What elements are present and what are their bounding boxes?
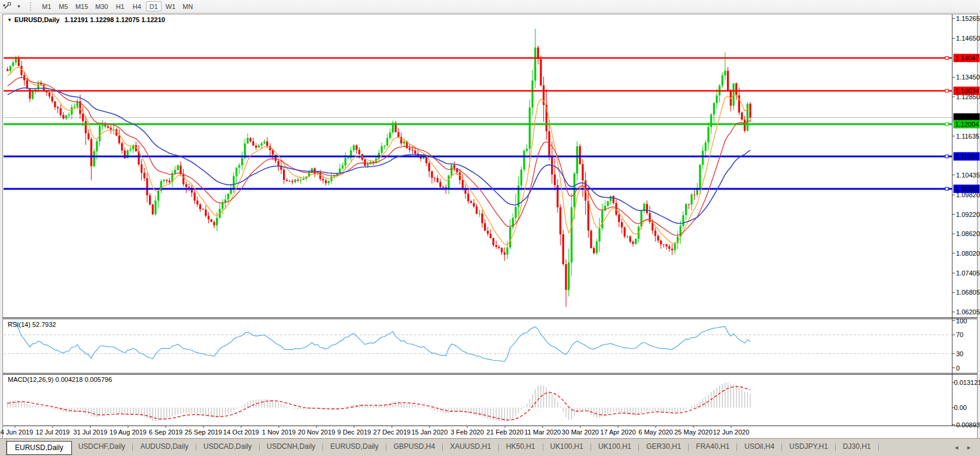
chart-tab-eurusd-daily[interactable]: EURUSD,Daily: [7, 441, 72, 455]
tool-dropdown-button[interactable]: ▼: [14, 1, 23, 11]
chart-tab-hk50-h1[interactable]: HK50,H1: [500, 439, 542, 456]
candle-body: [635, 239, 637, 244]
candle-body: [515, 207, 516, 218]
candle-body: [118, 136, 120, 143]
chart-canvas[interactable]: 1.152651.146501.134501.128501.116351.104…: [0, 0, 980, 456]
chart-tab-usdjpy-h1[interactable]: USDJPY,H1: [783, 439, 834, 456]
chart-tab-usdcnh-daily[interactable]: USDCNH,Daily: [260, 439, 322, 456]
y-axis-tick-label: 1.08020: [956, 250, 980, 257]
level-handle[interactable]: [945, 123, 948, 126]
chart-tab-audusd-daily[interactable]: AUDUSD,Daily: [133, 439, 195, 456]
candle-body: [434, 178, 436, 179]
candle-body: [456, 168, 458, 172]
candle-body: [291, 181, 293, 182]
candle-body: [26, 80, 28, 88]
x-axis-date-label: 12 Jul 2019: [36, 429, 70, 436]
chart-tab-eurusd-daily[interactable]: EURUSD,Daily: [324, 439, 385, 456]
candle-body: [747, 104, 748, 131]
chart-tab-usoil-h4[interactable]: USOil,H4: [738, 439, 781, 456]
candle-body: [99, 126, 101, 142]
tab-separator: [196, 443, 196, 451]
timeframe-button-m5[interactable]: M5: [56, 1, 71, 11]
tab-separator: [591, 443, 591, 451]
timeframe-button-w1[interactable]: W1: [163, 1, 179, 11]
chart-tab-ger30-h1[interactable]: GER30,H1: [640, 439, 687, 456]
x-axis-date-label: 6 May 2020: [638, 429, 672, 436]
chart-tab-bar: EURUSD,DailyUSDCHF,DailyAUDUSD,DailyUSDC…: [0, 438, 980, 456]
candle-body: [506, 247, 508, 255]
rsi-axis-label: 0: [956, 365, 960, 372]
y-axis-tick-label: 1.07405: [956, 270, 980, 277]
tab-scroll-right-icon[interactable]: ►: [966, 445, 972, 451]
candle-body: [238, 166, 240, 168]
level-handle[interactable]: [945, 89, 948, 92]
candle-body: [655, 231, 656, 236]
candle-body: [409, 148, 410, 150]
macd-axis-label: 0.013121: [954, 379, 980, 386]
chart-tab-xauusd-h1[interactable]: XAUUSD,H1: [443, 439, 498, 456]
level-handle[interactable]: [945, 187, 948, 190]
candle-body: [690, 194, 692, 204]
level-handle[interactable]: [945, 57, 948, 60]
timeframe-button-m15[interactable]: M15: [72, 1, 91, 11]
toolbar: ▼ M1M5M15M30H1H4D1W1MN: [0, 0, 980, 13]
candle-body: [146, 178, 148, 195]
tab-separator: [132, 443, 133, 451]
candle-body: [573, 173, 575, 207]
chart-tab-uk100-h1[interactable]: UK100,H1: [544, 439, 590, 456]
tab-separator: [638, 443, 639, 451]
crosshair-tool-button[interactable]: [1, 1, 13, 11]
candle-body: [615, 203, 617, 215]
timeframe-button-mn[interactable]: MN: [179, 1, 196, 11]
candle-body: [526, 149, 528, 151]
chart-tab-usdcad-daily[interactable]: USDCAD,Daily: [197, 439, 258, 456]
candle-body: [12, 62, 14, 66]
candle-body: [129, 149, 131, 150]
candle-body: [640, 211, 642, 227]
candle-body: [702, 151, 704, 164]
level-handle[interactable]: [945, 155, 948, 158]
candle-body: [663, 244, 665, 245]
candle-body: [154, 201, 156, 215]
candle-body: [623, 228, 625, 237]
chart-tab-gbpusd-h4[interactable]: GBPUSD,H4: [387, 439, 442, 456]
candle-body: [322, 179, 324, 180]
tab-scroll-left-icon[interactable]: ◄: [954, 445, 959, 451]
chart-tab-dj30-h1[interactable]: DJ30,H1: [836, 439, 878, 456]
candle-body: [258, 145, 260, 147]
candle-body: [596, 241, 598, 253]
timeframe-button-m1[interactable]: M1: [39, 1, 54, 11]
candle-body: [107, 126, 109, 127]
timeframe-button-h1[interactable]: H1: [112, 1, 128, 11]
candle-body: [10, 66, 11, 71]
candle-body: [473, 203, 474, 207]
chart-tab-uk100-h1[interactable]: UK100,H1: [592, 439, 638, 456]
chart-tab-fra40-h1[interactable]: FRA40,H1: [689, 439, 736, 456]
candle-body: [529, 108, 531, 149]
candle-body: [213, 222, 215, 225]
candle-body: [266, 142, 268, 146]
candle-body: [431, 171, 433, 177]
timeframe-button-d1[interactable]: D1: [146, 1, 162, 11]
candle-body: [744, 120, 745, 131]
candle-body: [288, 181, 290, 182]
timeframe-button-h4[interactable]: H4: [129, 1, 145, 11]
candle-body: [85, 121, 87, 133]
chart-tab-usdchf-daily[interactable]: USDCHF,Daily: [72, 439, 132, 456]
candle-body: [196, 201, 198, 205]
candle-body: [300, 180, 302, 180]
candle-body: [665, 244, 667, 246]
x-axis-date-label: 3 Feb 2020: [451, 429, 484, 436]
candle-body: [588, 201, 589, 231]
x-axis-date-label: 21 Feb 2020: [486, 429, 524, 436]
toolbar-grip[interactable]: [30, 2, 34, 11]
candle-body: [582, 164, 583, 180]
candle-body: [610, 196, 611, 201]
timeframe-button-m30[interactable]: M30: [92, 1, 111, 11]
candle-body: [601, 210, 603, 228]
candle-body: [188, 187, 190, 188]
candle-body: [579, 146, 581, 164]
candle-body: [216, 218, 218, 226]
candle-body: [576, 146, 578, 174]
candle-body: [297, 180, 299, 181]
